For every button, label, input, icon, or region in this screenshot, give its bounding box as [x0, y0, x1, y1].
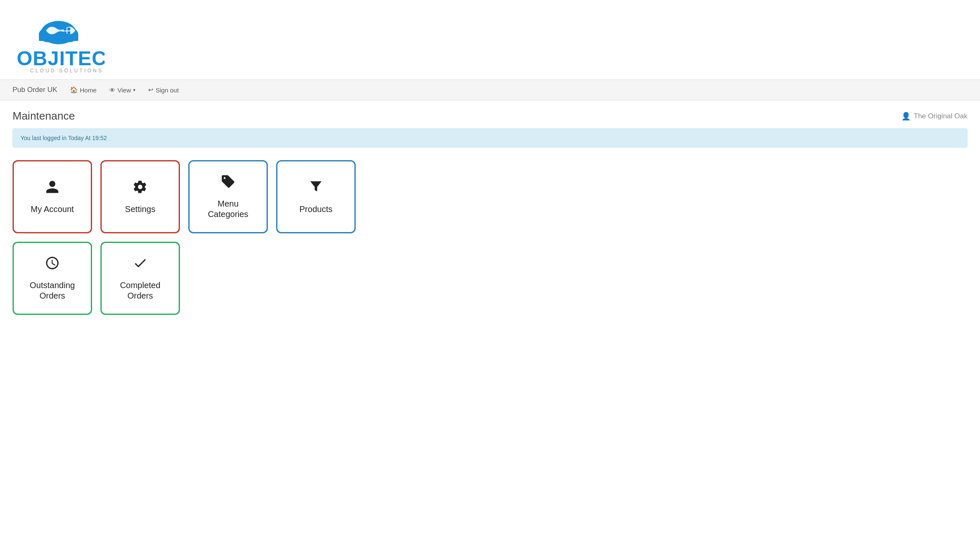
logo-container: OBJITEC CLOUD SOLUTIONS — [13, 8, 105, 74]
tile-menu-categories[interactable]: MenuCategories — [188, 160, 268, 233]
tiles-section: My Account Settings MenuCategories — [0, 160, 980, 315]
gear-icon — [133, 179, 148, 198]
user-info: 👤 The Original Oak — [901, 112, 968, 121]
navbar-brand: Pub Order UK — [13, 86, 57, 94]
tile-products-label: Products — [300, 204, 333, 215]
user-icon: 👤 — [901, 112, 911, 121]
page-header: Maintenance 👤 The Original Oak — [0, 100, 980, 128]
logo-svg: OBJITEC CLOUD SOLUTIONS — [13, 8, 105, 74]
tile-my-account-label: My Account — [31, 204, 74, 215]
check-icon — [133, 256, 148, 274]
svg-rect-5 — [67, 28, 70, 31]
home-label: Home — [80, 87, 97, 94]
tile-menu-categories-label: MenuCategories — [208, 199, 249, 220]
svg-rect-4 — [64, 28, 67, 31]
signout-label: Sign out — [156, 87, 179, 94]
view-label: View — [118, 87, 131, 94]
home-icon: 🏠 — [70, 86, 78, 94]
signout-icon: ↩ — [148, 86, 154, 94]
tile-my-account[interactable]: My Account — [13, 160, 92, 233]
logo-brand-text: OBJITEC — [17, 47, 105, 69]
user-label: The Original Oak — [914, 112, 968, 120]
login-notice-text: You last logged in Today At 19:52 — [21, 135, 107, 141]
view-caret-icon: ▾ — [133, 87, 136, 93]
svg-rect-6 — [64, 31, 67, 34]
view-link[interactable]: 👁 View ▾ — [107, 85, 138, 95]
person-icon — [45, 179, 60, 198]
tile-outstanding-orders[interactable]: OutstandingOrders — [13, 242, 92, 315]
page-title: Maintenance — [13, 110, 75, 123]
logo-section: OBJITEC CLOUD SOLUTIONS — [0, 0, 980, 79]
home-link[interactable]: 🏠 Home — [67, 84, 99, 95]
login-notice: You last logged in Today At 19:52 — [13, 128, 967, 148]
tile-products[interactable]: Products — [276, 160, 356, 233]
svg-rect-3 — [39, 33, 78, 41]
tile-settings[interactable]: Settings — [100, 160, 180, 233]
svg-rect-7 — [67, 31, 70, 34]
tiles-row-2: OutstandingOrders CompletedOrders — [13, 242, 967, 315]
tile-completed-orders[interactable]: CompletedOrders — [100, 242, 180, 315]
tag-icon — [221, 174, 236, 193]
signout-link[interactable]: ↩ Sign out — [146, 84, 181, 95]
tile-settings-label: Settings — [125, 204, 155, 215]
view-icon: 👁 — [109, 87, 115, 94]
tile-completed-orders-label: CompletedOrders — [120, 280, 161, 301]
tile-outstanding-orders-label: OutstandingOrders — [30, 280, 75, 301]
tiles-row-1: My Account Settings MenuCategories — [13, 160, 967, 233]
filter-icon — [308, 179, 323, 198]
logo-subtitle-text: CLOUD SOLUTIONS — [30, 68, 103, 74]
clock-icon — [45, 256, 60, 274]
navbar: Pub Order UK 🏠 Home 👁 View ▾ ↩ Sign out — [0, 79, 980, 100]
